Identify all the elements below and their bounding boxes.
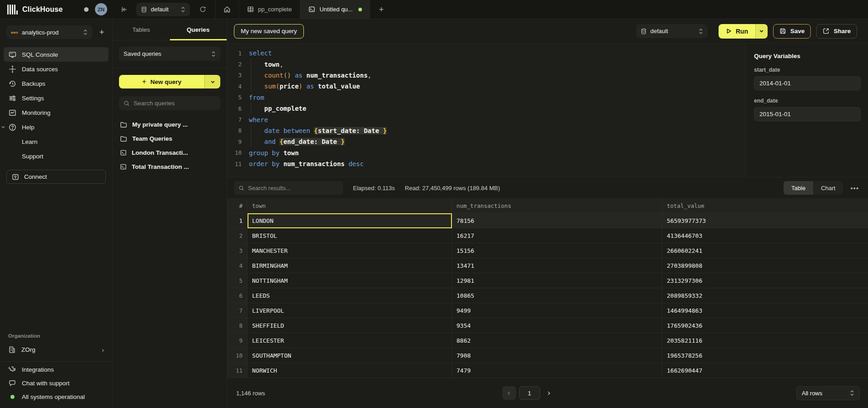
collapse-panel-icon[interactable] [113,0,136,19]
total-value-cell[interactable]: 2313297306 [662,273,868,288]
sidebar-item-monitoring[interactable]: Monitoring [4,105,109,120]
column-header-total-value[interactable]: total_value [662,198,868,213]
table-row[interactable]: 9LEICESTER88622035821116 [227,333,868,348]
num-transactions-cell[interactable]: 13471 [452,258,662,273]
column-header-town[interactable]: town [248,198,452,213]
query-list-item-folder[interactable]: Team Queries [119,132,220,146]
sql-editor[interactable]: 1select2 town,3 count() as num_transacti… [227,44,745,177]
connect-button[interactable]: Connect [6,170,106,184]
num-transactions-cell[interactable]: 16217 [452,228,662,243]
view-toggle-chart[interactable]: Chart [813,181,843,195]
total-value-cell[interactable]: 2660602241 [662,243,868,258]
total-value-cell[interactable]: 56593977373 [662,213,868,228]
query-list-item-folder[interactable]: My private query ... [119,118,220,132]
tab-home[interactable] [215,0,238,19]
code-line[interactable]: 5from [227,92,745,103]
sidebar-item-learn[interactable]: Learn [4,134,109,149]
code-line[interactable]: 4 sum(price) as total_value [227,81,745,92]
code-line[interactable]: 8 date between {start_date: Date } [227,125,745,136]
save-button[interactable]: Save [773,24,811,39]
notification-dot-icon[interactable] [84,7,89,12]
saved-queries-select[interactable]: Saved queries [119,47,220,61]
new-tab-button[interactable]: + [370,0,392,19]
code-line[interactable]: 1select [227,48,745,59]
add-service-button[interactable]: + [97,27,107,37]
search-queries-input[interactable]: Search queries [119,96,220,110]
sidebar-item-system-status[interactable]: All systems operational [4,390,109,403]
row-index-cell[interactable]: 4 [227,258,248,273]
row-index-cell[interactable]: 3 [227,243,248,258]
editor-database-select[interactable]: default [636,24,708,38]
num-transactions-cell[interactable]: 10865 [452,288,662,303]
database-select[interactable]: default [136,3,190,16]
more-options-icon[interactable]: ••• [843,184,862,192]
num-transactions-cell[interactable]: 12981 [452,273,662,288]
code-line[interactable]: 3 count() as num_transactions, [227,70,745,81]
total-value-cell[interactable]: 1464994863 [662,303,868,318]
search-results-input[interactable]: Search results... [234,181,343,195]
row-index-cell[interactable]: 11 [227,363,248,378]
saved-query-tab[interactable]: My new saved query [234,24,304,39]
row-index-cell[interactable]: 5 [227,273,248,288]
num-transactions-cell[interactable]: 9499 [452,303,662,318]
page-size-select[interactable]: All rows [796,386,860,400]
share-button[interactable]: Share [816,24,857,39]
query-list-item-query[interactable]: Total Transaction ... [119,160,220,174]
sidebar-item-integrations[interactable]: Integrations [4,363,109,376]
table-row[interactable]: 10SOUTHAMPTON79081965378256 [227,348,868,363]
avatar[interactable]: ZN [95,3,107,15]
sidebar-item-chat-support[interactable]: Chat with support [4,376,109,390]
tab-pp-complete[interactable]: pp_complete [238,0,300,19]
town-cell[interactable]: LONDON [248,213,452,228]
new-query-button[interactable]: + New query [119,75,220,88]
sidebar-item-settings[interactable]: Settings [4,91,109,105]
table-row[interactable]: 1LONDON7815656593977373 [227,213,868,228]
table-row[interactable]: 6LEEDS108652089859332 [227,288,868,303]
num-transactions-cell[interactable]: 78156 [452,213,662,228]
page-number-input[interactable]: 1 [519,386,540,400]
table-row[interactable]: 7LIVERPOOL94991464994863 [227,303,868,318]
sidebar-item-backups[interactable]: Backups [4,76,109,91]
code-line[interactable]: 9 and {end_date: Date } [227,136,745,147]
town-cell[interactable]: NOTTINGHAM [248,273,452,288]
town-cell[interactable]: LEICESTER [248,333,452,348]
total-value-cell[interactable]: 1765902436 [662,318,868,333]
total-value-cell[interactable]: 1965378256 [662,348,868,363]
previous-page-button[interactable] [502,386,516,400]
query-list-item-query[interactable]: London Transacti... [119,146,220,160]
start-date-input[interactable]: 2014-01-01 [754,76,861,90]
sidebar-item-data-sources[interactable]: Data sources [4,62,109,76]
town-cell[interactable]: SOUTHAMPTON [248,348,452,363]
sidebar-item-sql-console[interactable]: SQL Console [4,47,109,62]
total-value-cell[interactable]: 1662690447 [662,363,868,378]
server-select[interactable]: aws analytics-prod [6,25,92,39]
town-cell[interactable]: BRISTOL [248,228,452,243]
new-query-caret[interactable] [204,75,220,88]
town-cell[interactable]: LIVERPOOL [248,303,452,318]
row-index-cell[interactable]: 1 [227,213,248,228]
sidebar-item-help[interactable]: Help [4,120,109,134]
code-line[interactable]: 7where [227,114,745,125]
total-value-cell[interactable]: 4136446703 [662,228,868,243]
num-transactions-cell[interactable]: 7479 [452,363,662,378]
run-options-caret[interactable] [755,24,768,39]
num-transactions-cell[interactable]: 9354 [452,318,662,333]
column-header-index[interactable]: # [227,198,248,213]
town-cell[interactable]: NORWICH [248,363,452,378]
table-row[interactable]: 2BRISTOL162174136446703 [227,228,868,243]
table-row[interactable]: 8SHEFFIELD93541765902436 [227,318,868,333]
end-date-input[interactable]: 2015-01-01 [754,107,861,121]
column-header-num-transactions[interactable]: num_transactions [452,198,662,213]
next-page-button[interactable] [543,386,555,400]
table-row[interactable]: 5NOTTINGHAM129812313297306 [227,273,868,288]
tab-queries[interactable]: Queries [170,19,227,40]
view-toggle-table[interactable]: Table [784,181,813,195]
code-line[interactable]: 6 pp_complete [227,103,745,114]
row-index-cell[interactable]: 9 [227,333,248,348]
refresh-icon[interactable] [190,0,215,19]
table-row[interactable]: 3MANCHESTER151562660602241 [227,243,868,258]
tab-tables[interactable]: Tables [113,19,170,40]
total-value-cell[interactable]: 2089859332 [662,288,868,303]
code-line[interactable]: 11order by num_transactions desc [227,158,745,169]
organization-item[interactable]: ZOrg › [4,342,109,357]
